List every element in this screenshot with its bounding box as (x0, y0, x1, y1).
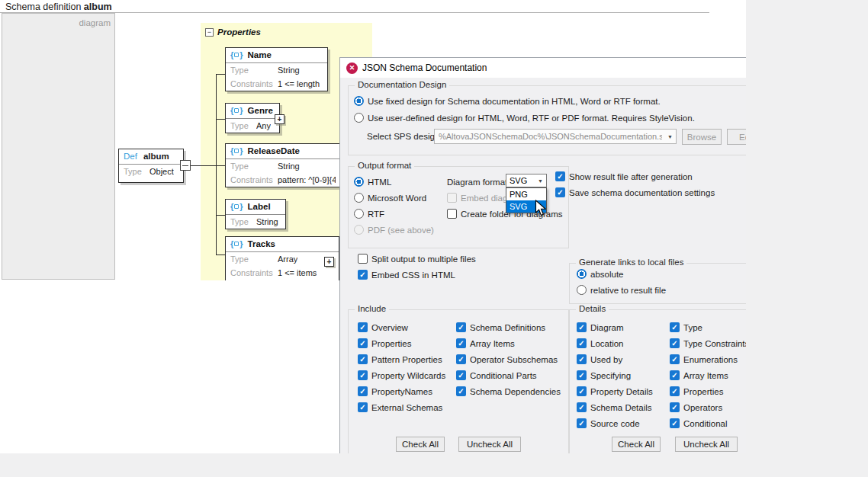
schema-node-releasedate[interactable]: {} ReleaseDate TypeString Constraintspat… (225, 143, 341, 187)
include-schema-definitions-row[interactable]: Schema Definitions (456, 322, 545, 333)
schema-node-genre[interactable]: {} Genre TypeAny + (225, 103, 280, 133)
details-conditional-row[interactable]: Conditional (670, 418, 728, 429)
include-property-wildcards-row[interactable]: Property Wildcards (358, 370, 445, 381)
include-pattern-properties-row[interactable]: Pattern Properties (358, 354, 442, 365)
details-enumerations-checkbox[interactable] (670, 354, 680, 364)
custom-design-radio-row[interactable]: Use user-defined design for HTML, Word, … (354, 112, 695, 123)
details-used-by-row[interactable]: Used by (577, 354, 622, 365)
details-source-code-row[interactable]: Source code (577, 418, 640, 429)
html-radio-row[interactable]: HTML (354, 176, 391, 187)
include-conditional-parts-row[interactable]: Conditional Parts (456, 370, 537, 381)
include-properties-checkbox[interactable] (358, 338, 368, 348)
include-schema-dependencies-row[interactable]: Schema Dependencies (456, 386, 561, 397)
include-operator-subschemas-checkbox[interactable] (456, 354, 466, 364)
details-type-constraints-checkbox[interactable] (670, 338, 680, 348)
absolute-radio[interactable] (577, 269, 587, 279)
include-overview-checkbox[interactable] (358, 322, 368, 332)
include-operator-subschemas-row[interactable]: Operator Subschemas (456, 354, 558, 365)
details-location-row[interactable]: Location (577, 338, 623, 349)
include-property-wildcards-checkbox[interactable] (358, 370, 368, 380)
include-overview-label: Overview (371, 323, 408, 332)
details-enumerations-row[interactable]: Enumerations (670, 354, 738, 365)
rtf-radio-row[interactable]: RTF (354, 208, 384, 219)
schema-node-tracks[interactable]: {} Tracks TypeArray Constraints1 <= item… (225, 236, 339, 280)
details-specifying-row[interactable]: Specifying (577, 370, 631, 381)
dialog-titlebar[interactable]: ✕ JSON Schema Documentation (340, 58, 746, 78)
details-used-by-checkbox[interactable] (577, 354, 587, 364)
show-result-checkbox[interactable] (555, 171, 565, 181)
expand-icon[interactable]: + (324, 257, 334, 267)
include-conditional-parts-checkbox[interactable] (456, 370, 466, 380)
fixed-design-radio-row[interactable]: Use fixed design for Schema documentatio… (354, 95, 661, 107)
rtf-radio[interactable] (354, 209, 364, 219)
schema-node-tracks-title: {} Tracks (226, 237, 339, 252)
include-external-schemas-row[interactable]: External Schemas (358, 402, 442, 413)
details-operators-checkbox[interactable] (670, 402, 680, 412)
save-settings-row[interactable]: Save schema documentation settings (555, 187, 715, 198)
diagram-format-combobox[interactable]: SVG ▼ (506, 174, 547, 187)
include-array-items-checkbox[interactable] (456, 338, 466, 348)
type-row: TypeArray (226, 252, 339, 266)
relative-radio-row[interactable]: relative to result file (577, 284, 666, 296)
details-diagram-row[interactable]: Diagram (577, 322, 623, 333)
dropdown-item-png[interactable]: PNG (506, 188, 546, 200)
details-schema-details-row[interactable]: Schema Details (577, 402, 652, 413)
include-properties-row[interactable]: Properties (358, 338, 411, 349)
details-array-items-checkbox[interactable] (670, 370, 680, 380)
details-location-checkbox[interactable] (577, 338, 587, 348)
details-property-details-row[interactable]: Property Details (577, 386, 653, 397)
split-output-row[interactable]: Split output to multiple files (358, 253, 476, 264)
details-properties-row[interactable]: Properties (670, 386, 723, 397)
custom-design-radio[interactable] (354, 113, 364, 123)
browse-button[interactable]: Browse (682, 129, 722, 145)
details-specifying-checkbox[interactable] (577, 370, 587, 380)
split-output-checkbox[interactable] (358, 254, 368, 264)
include-array-items-row[interactable]: Array Items (456, 338, 515, 349)
dropdown-arrow-icon[interactable]: ▼ (667, 134, 673, 139)
include-schema-definitions-checkbox[interactable] (456, 322, 466, 332)
include-propertynames-row[interactable]: PropertyNames (358, 386, 432, 397)
include-check-all-button[interactable]: Check All (396, 437, 445, 452)
details-property-details-checkbox[interactable] (577, 386, 587, 396)
details-array-items-row[interactable]: Array Items (670, 370, 728, 381)
include-propertynames-checkbox[interactable] (358, 386, 368, 396)
include-overview-row[interactable]: Overview (358, 322, 408, 333)
diagram-pane-label: diagram (79, 18, 111, 27)
embed-css-checkbox[interactable] (358, 270, 368, 280)
details-diagram-checkbox[interactable] (577, 322, 587, 332)
include-uncheck-all-button[interactable]: Uncheck All (458, 437, 521, 452)
show-result-row[interactable]: Show result file after generation (555, 171, 693, 182)
word-radio[interactable] (354, 193, 364, 203)
schema-node-name[interactable]: {} Name TypeString Constraints1 <= lengt… (225, 47, 328, 91)
include-pattern-properties-checkbox[interactable] (358, 354, 368, 364)
word-radio-row[interactable]: Microsoft Word (354, 192, 426, 203)
schema-node-label[interactable]: {} Label TypeString (225, 199, 286, 229)
details-schema-details-checkbox[interactable] (577, 402, 587, 412)
schema-node-album[interactable]: Def album Type Object (118, 149, 184, 183)
details-uncheck-all-button[interactable]: Uncheck All (675, 437, 738, 452)
details-type-row[interactable]: Type (670, 322, 702, 333)
include-pattern-properties-label: Pattern Properties (371, 355, 442, 364)
collapse-icon[interactable]: − (205, 28, 214, 37)
details-source-code-checkbox[interactable] (577, 418, 587, 428)
details-check-all-button[interactable]: Check All (612, 437, 661, 452)
edit-button[interactable]: Edit (727, 129, 746, 145)
details-type-checkbox[interactable] (670, 322, 680, 332)
save-settings-checkbox[interactable] (555, 187, 565, 197)
include-external-schemas-checkbox[interactable] (358, 402, 368, 412)
details-conditional-checkbox[interactable] (670, 418, 680, 428)
include-schema-dependencies-checkbox[interactable] (456, 386, 466, 396)
embed-css-row[interactable]: Embed CSS in HTML (358, 269, 455, 280)
absolute-radio-row[interactable]: absolute (577, 268, 623, 280)
expand-icon[interactable]: + (275, 114, 285, 124)
html-radio[interactable] (354, 177, 364, 187)
dropdown-arrow-icon[interactable]: ▼ (538, 178, 543, 184)
connector-handle-icon[interactable] (180, 160, 191, 171)
details-operators-row[interactable]: Operators (670, 402, 722, 413)
sps-design-combobox[interactable]: %AltovaJSONSchemaDoc%\JSONSchemaDocument… (434, 129, 677, 144)
details-type-constraints-row[interactable]: Type Constraints (670, 338, 746, 349)
create-folder-checkbox[interactable] (447, 209, 457, 219)
details-properties-checkbox[interactable] (670, 386, 680, 396)
fixed-design-radio[interactable] (354, 96, 364, 106)
relative-radio[interactable] (577, 285, 587, 295)
